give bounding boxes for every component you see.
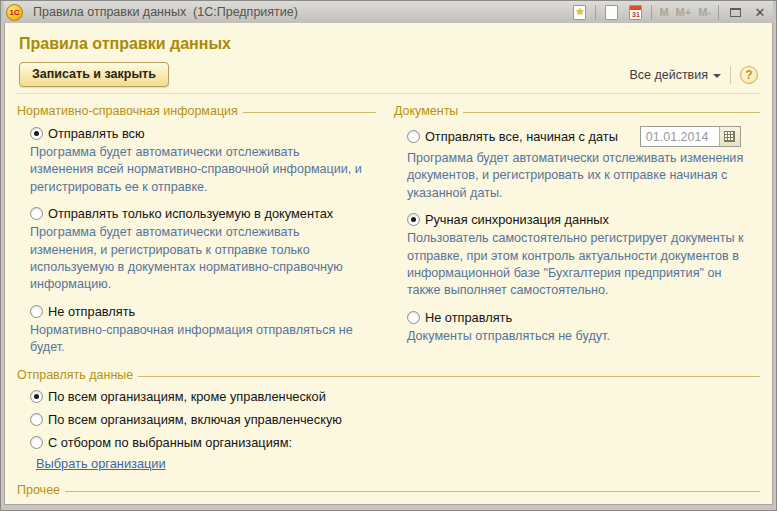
radio-icon[interactable]	[30, 127, 43, 140]
group-other: Прочее Выгружать аналитику по складам i …	[17, 483, 760, 505]
calendar-grid-icon	[724, 131, 735, 142]
app-window: 1С Правила отправки данных (1С:Предприят…	[0, 0, 777, 511]
radio-icon[interactable]	[407, 213, 420, 226]
radio-label: Отправлять только используемую в докумен…	[48, 206, 333, 221]
memory-m-button[interactable]: M	[659, 6, 668, 18]
chevron-down-icon	[713, 74, 721, 78]
calculator-icon[interactable]	[603, 4, 620, 21]
group-title-documents: Документы	[394, 104, 458, 118]
group-title-send-data: Отправлять данные	[17, 368, 133, 382]
save-and-close-button[interactable]: Записать и закрыть	[19, 62, 169, 87]
radio-all-orgs-except-mgmt[interactable]: По всем организациям, кроме управленческ…	[30, 389, 760, 404]
group-line	[463, 112, 760, 113]
radio-icon[interactable]	[407, 130, 420, 143]
radio-no-send-nsi[interactable]: Не отправлять	[30, 304, 376, 319]
radio-no-send-docs[interactable]: Не отправлять	[407, 310, 760, 325]
radio-send-used-nsi[interactable]: Отправлять только используемую в докумен…	[30, 206, 376, 221]
radio-manual-sync[interactable]: Ручная синхронизация данных	[407, 212, 760, 227]
radio-label: Отправлять всю	[48, 126, 145, 141]
titlebar-separator	[718, 5, 719, 20]
radio-label: По всем организациям, кроме управленческ…	[48, 389, 326, 404]
radio-icon[interactable]	[407, 311, 420, 324]
radio-icon[interactable]	[30, 436, 43, 449]
all-actions-button[interactable]: Все действия	[629, 68, 721, 82]
radio-icon[interactable]	[30, 390, 43, 403]
start-date-field	[640, 126, 741, 147]
radio-label: По всем организациям, включая управленче…	[48, 412, 342, 427]
title-bar: 1С Правила отправки данных (1С:Предприят…	[4, 1, 773, 23]
radio-icon[interactable]	[30, 413, 43, 426]
group-line	[138, 376, 760, 377]
page-title: Правила отправки данных	[19, 35, 760, 53]
help-button[interactable]: ?	[740, 66, 758, 84]
group-title-other: Прочее	[17, 483, 60, 497]
window-title: Правила отправки данных (1С:Предприятие)	[33, 5, 298, 19]
hint-text: Программа будет автоматически отслеживат…	[407, 150, 746, 202]
hint-text: Пользователь самостоятельно регистрирует…	[407, 230, 746, 300]
calendar-icon[interactable]: 31	[627, 4, 644, 21]
radio-icon[interactable]	[30, 207, 43, 220]
memory-m-plus-button[interactable]: M+	[676, 6, 692, 18]
hint-text: Программа будет автоматически отслеживат…	[30, 144, 362, 196]
hint-text: Документы отправляться не будут.	[407, 328, 746, 345]
group-nsi: Нормативно-справочная информация Отправл…	[17, 98, 376, 362]
radio-label: С отбором по выбранным организациям:	[48, 435, 292, 450]
command-bar: Записать и закрыть Все действия ?	[19, 62, 758, 87]
radio-selected-orgs[interactable]: С отбором по выбранным организациям:	[30, 435, 760, 450]
favorites-icon[interactable]: ★	[571, 4, 588, 21]
close-button[interactable]: ✕	[751, 4, 769, 20]
radio-label: Не отправлять	[48, 304, 135, 319]
group-documents: Документы Отправлять все, начиная с даты…	[394, 98, 760, 362]
date-picker-button[interactable]	[719, 127, 740, 146]
pick-organizations-link[interactable]: Выбрать организации	[36, 456, 166, 471]
start-date-input[interactable]	[641, 127, 719, 146]
radio-label: Не отправлять	[425, 310, 512, 325]
command-bar-divider	[17, 93, 760, 94]
group-line	[65, 491, 760, 492]
hint-text: Нормативно-справочная информация отправл…	[30, 322, 362, 357]
radio-label: Отправлять все, начиная с даты	[425, 129, 618, 144]
group-send-data: Отправлять данные По всем организациям, …	[17, 368, 760, 477]
form-content: Правила отправки данных Записать и закры…	[4, 23, 773, 505]
group-line	[243, 112, 376, 113]
hint-text: Программа будет автоматически отслеживат…	[30, 224, 362, 294]
radio-send-all-docs[interactable]: Отправлять все, начиная с даты	[407, 126, 760, 147]
all-actions-label: Все действия	[629, 68, 708, 82]
memory-m-minus-button[interactable]: M-	[698, 6, 711, 18]
radio-label: Ручная синхронизация данных	[425, 212, 609, 227]
radio-send-all-nsi[interactable]: Отправлять всю	[30, 126, 376, 141]
maximize-button[interactable]	[726, 4, 744, 20]
group-title-nsi: Нормативно-справочная информация	[17, 104, 238, 118]
radio-icon[interactable]	[30, 305, 43, 318]
titlebar-separator	[651, 5, 652, 20]
1c-logo-icon: 1С	[6, 4, 23, 21]
titlebar-separator	[595, 5, 596, 20]
command-separator	[730, 66, 731, 84]
radio-all-orgs-incl-mgmt[interactable]: По всем организациям, включая управленче…	[30, 412, 760, 427]
